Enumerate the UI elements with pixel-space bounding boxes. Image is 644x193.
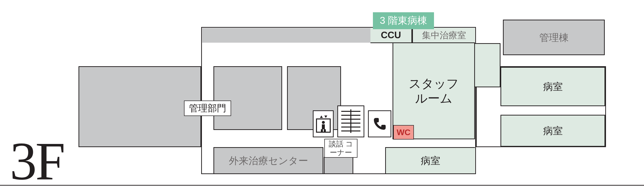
elevator-icon-svg [316, 115, 331, 133]
icu-room: 集中治療室 [412, 28, 475, 43]
kanri-to-block: 管理棟 [503, 20, 605, 55]
wc-label: WC [397, 128, 411, 137]
byoshitsu-right-lower: 病室 [500, 115, 605, 147]
byoshitsu-center-bottom: 病室 [385, 147, 475, 174]
gairai-center: 外来治療センター [214, 147, 323, 174]
ward-badge-label: 3 階東病棟 [380, 15, 427, 26]
left-wing-block [78, 66, 201, 147]
byoshitsu-center-bottom-label: 病室 [421, 155, 440, 166]
elevator-icon [313, 110, 334, 137]
icu-label: 集中治療室 [422, 30, 466, 40]
kanri-bumon-tag: 管理部門 [184, 100, 231, 116]
svg-point-3 [322, 121, 325, 124]
floor-map-3f: 3F 病室 病室 管理棟 スタッフ ルーム CCU 集中治療室 病室 [0, 0, 644, 193]
gray-box-left [214, 66, 282, 130]
danwa-tag: 談話 コーナー [324, 139, 358, 158]
svg-rect-4 [322, 124, 325, 129]
danwa-label: 談話 コーナー [329, 140, 353, 156]
gray-small-bottom [324, 157, 353, 174]
connector-wedge [475, 43, 500, 87]
ward-badge: 3 階東病棟 [373, 12, 434, 29]
phone-icon-svg [372, 116, 387, 131]
svg-marker-2 [324, 116, 327, 118]
byoshitsu-right-lower-label: 病室 [543, 125, 563, 136]
stairs-icon-svg [340, 108, 362, 135]
svg-rect-6 [324, 129, 326, 132]
phone-icon [368, 110, 391, 137]
svg-marker-1 [320, 116, 323, 118]
ccu-label: CCU [381, 30, 401, 41]
svg-rect-5 [321, 129, 323, 132]
byoshitsu-right-upper: 病室 [500, 67, 605, 106]
stairs-icon [337, 106, 364, 137]
staff-room-label: スタッフ ルーム [409, 76, 459, 106]
kanri-bumon-label: 管理部門 [189, 103, 226, 113]
gairai-center-label: 外来治療センター [229, 155, 308, 166]
ccu-room: CCU [370, 28, 412, 43]
floor-number: 3F [10, 134, 64, 188]
kanri-to-label: 管理棟 [539, 32, 569, 44]
wc-box: WC [393, 125, 414, 140]
baseline-rule [0, 185, 644, 186]
byoshitsu-right-upper-label: 病室 [543, 81, 563, 92]
